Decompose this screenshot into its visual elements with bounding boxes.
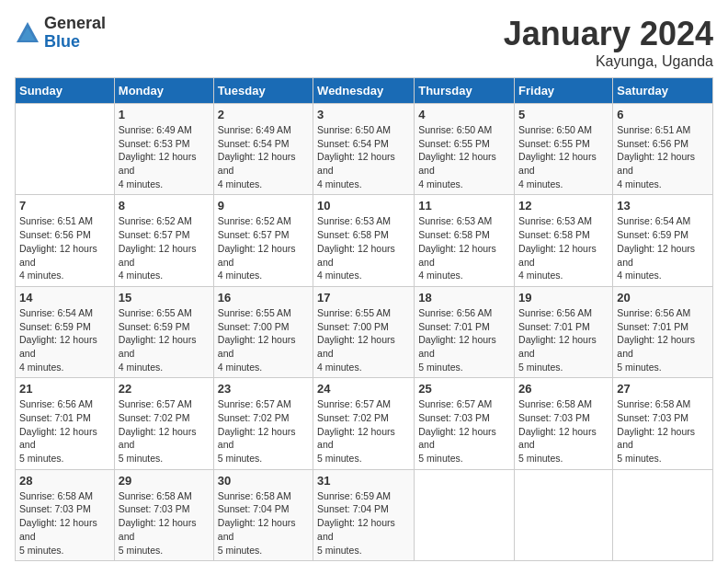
calendar-week-3: 14 Sunrise: 6:54 AMSunset: 6:59 PMDaylig… [16,286,713,377]
calendar-cell: 20 Sunrise: 6:56 AMSunset: 7:01 PMDaylig… [613,286,713,377]
day-number: 9 [218,199,309,213]
calendar-cell: 5 Sunrise: 6:50 AMSunset: 6:55 PMDayligh… [515,104,613,195]
day-info: Sunrise: 6:53 AMSunset: 6:58 PMDaylight:… [518,214,609,282]
day-number: 18 [418,291,510,304]
day-info: Sunrise: 6:49 AMSunset: 6:54 PMDaylight:… [218,123,309,190]
header-saturday: Saturday [613,78,713,104]
calendar-cell: 27 Sunrise: 6:58 AMSunset: 7:03 PMDaylig… [613,378,713,469]
day-info: Sunrise: 6:57 AMSunset: 7:02 PMDaylight:… [218,397,309,465]
day-number: 12 [518,199,609,213]
calendar-cell: 16 Sunrise: 6:55 AMSunset: 7:00 PMDaylig… [213,286,313,377]
header-friday: Friday [515,78,613,104]
logo-blue: Blue [44,33,106,52]
day-number: 11 [418,199,510,213]
logo-general: General [44,15,106,33]
calendar-cell: 22 Sunrise: 6:57 AMSunset: 7:02 PMDaylig… [114,378,213,469]
logo-icon [15,20,40,46]
calendar-cell [16,104,115,195]
header-tuesday: Tuesday [213,78,313,104]
day-number: 24 [317,382,410,396]
day-number: 26 [518,382,609,396]
day-info: Sunrise: 6:50 AMSunset: 6:55 PMDaylight:… [418,123,510,190]
day-number: 25 [418,382,510,396]
calendar-week-4: 21 Sunrise: 6:56 AMSunset: 7:01 PMDaylig… [16,378,713,469]
day-info: Sunrise: 6:58 AMSunset: 7:04 PMDaylight:… [218,489,309,557]
day-info: Sunrise: 6:49 AMSunset: 6:53 PMDaylight:… [119,123,210,190]
day-info: Sunrise: 6:56 AMSunset: 7:01 PMDaylight:… [418,306,510,373]
calendar-cell: 6 Sunrise: 6:51 AMSunset: 6:56 PMDayligh… [613,104,713,195]
day-number: 5 [518,108,609,121]
location-subtitle: Kayunga, Uganda [504,53,713,70]
logo: General Blue [15,15,106,52]
day-info: Sunrise: 6:51 AMSunset: 6:56 PMDaylight:… [19,214,110,282]
day-info: Sunrise: 6:58 AMSunset: 7:03 PMDaylight:… [617,397,709,465]
day-number: 13 [617,199,709,213]
day-number: 4 [418,108,510,121]
calendar-cell: 2 Sunrise: 6:49 AMSunset: 6:54 PMDayligh… [213,104,313,195]
day-info: Sunrise: 6:51 AMSunset: 6:56 PMDaylight:… [617,123,709,190]
day-info: Sunrise: 6:55 AMSunset: 7:00 PMDaylight:… [218,306,309,373]
header-wednesday: Wednesday [313,78,415,104]
calendar-cell: 10 Sunrise: 6:53 AMSunset: 6:58 PMDaylig… [313,195,415,286]
day-info: Sunrise: 6:55 AMSunset: 7:00 PMDaylight:… [317,306,410,373]
day-info: Sunrise: 6:56 AMSunset: 7:01 PMDaylight:… [617,306,709,373]
calendar-cell: 26 Sunrise: 6:58 AMSunset: 7:03 PMDaylig… [515,378,613,469]
day-number: 10 [317,199,410,213]
day-number: 1 [119,108,210,121]
day-number: 30 [218,474,309,488]
calendar-week-1: 1 Sunrise: 6:49 AMSunset: 6:53 PMDayligh… [16,104,713,195]
day-info: Sunrise: 6:57 AMSunset: 7:02 PMDaylight:… [317,397,410,465]
calendar-cell: 21 Sunrise: 6:56 AMSunset: 7:01 PMDaylig… [16,378,115,469]
calendar-cell: 9 Sunrise: 6:52 AMSunset: 6:57 PMDayligh… [213,195,313,286]
calendar-cell [613,469,713,560]
calendar-cell: 23 Sunrise: 6:57 AMSunset: 7:02 PMDaylig… [213,378,313,469]
calendar-cell [515,469,613,560]
day-number: 2 [218,108,309,121]
header-monday: Monday [114,78,213,104]
day-info: Sunrise: 6:58 AMSunset: 7:03 PMDaylight:… [19,489,110,557]
day-number: 22 [119,382,210,396]
month-title: January 2024 [504,15,713,53]
calendar-table: Sunday Monday Tuesday Wednesday Thursday… [15,77,713,561]
day-info: Sunrise: 6:54 AMSunset: 6:59 PMDaylight:… [617,214,709,282]
day-info: Sunrise: 6:59 AMSunset: 7:04 PMDaylight:… [317,489,410,557]
day-info: Sunrise: 6:53 AMSunset: 6:58 PMDaylight:… [418,214,510,282]
calendar-cell: 13 Sunrise: 6:54 AMSunset: 6:59 PMDaylig… [613,195,713,286]
day-info: Sunrise: 6:57 AMSunset: 7:02 PMDaylight:… [119,397,210,465]
day-number: 29 [119,474,210,488]
day-number: 3 [317,108,410,121]
day-number: 6 [617,108,709,121]
day-number: 15 [119,291,210,304]
day-info: Sunrise: 6:52 AMSunset: 6:57 PMDaylight:… [218,214,309,282]
header-row: Sunday Monday Tuesday Wednesday Thursday… [16,78,713,104]
calendar-cell: 12 Sunrise: 6:53 AMSunset: 6:58 PMDaylig… [515,195,613,286]
day-info: Sunrise: 6:58 AMSunset: 7:03 PMDaylight:… [518,397,609,465]
header-sunday: Sunday [16,78,115,104]
day-info: Sunrise: 6:50 AMSunset: 6:54 PMDaylight:… [317,123,410,190]
calendar-cell: 17 Sunrise: 6:55 AMSunset: 7:00 PMDaylig… [313,286,415,377]
day-info: Sunrise: 6:54 AMSunset: 6:59 PMDaylight:… [19,306,110,373]
day-info: Sunrise: 6:56 AMSunset: 7:01 PMDaylight:… [19,397,110,465]
day-number: 23 [218,382,309,396]
calendar-cell: 4 Sunrise: 6:50 AMSunset: 6:55 PMDayligh… [415,104,515,195]
day-number: 27 [617,382,709,396]
day-number: 17 [317,291,410,304]
calendar-cell: 29 Sunrise: 6:58 AMSunset: 7:03 PMDaylig… [114,469,213,560]
calendar-cell: 11 Sunrise: 6:53 AMSunset: 6:58 PMDaylig… [415,195,515,286]
calendar-cell: 8 Sunrise: 6:52 AMSunset: 6:57 PMDayligh… [114,195,213,286]
day-number: 19 [518,291,609,304]
day-info: Sunrise: 6:52 AMSunset: 6:57 PMDaylight:… [119,214,210,282]
calendar-cell: 3 Sunrise: 6:50 AMSunset: 6:54 PMDayligh… [313,104,415,195]
calendar-cell: 24 Sunrise: 6:57 AMSunset: 7:02 PMDaylig… [313,378,415,469]
day-number: 28 [19,474,110,488]
day-info: Sunrise: 6:53 AMSunset: 6:58 PMDaylight:… [317,214,410,282]
day-info: Sunrise: 6:50 AMSunset: 6:55 PMDaylight:… [518,123,609,190]
calendar-cell: 15 Sunrise: 6:55 AMSunset: 6:59 PMDaylig… [114,286,213,377]
day-number: 16 [218,291,309,304]
day-info: Sunrise: 6:55 AMSunset: 6:59 PMDaylight:… [119,306,210,373]
day-number: 20 [617,291,709,304]
calendar-week-2: 7 Sunrise: 6:51 AMSunset: 6:56 PMDayligh… [16,195,713,286]
day-number: 21 [19,382,110,396]
calendar-cell: 1 Sunrise: 6:49 AMSunset: 6:53 PMDayligh… [114,104,213,195]
day-info: Sunrise: 6:58 AMSunset: 7:03 PMDaylight:… [119,489,210,557]
